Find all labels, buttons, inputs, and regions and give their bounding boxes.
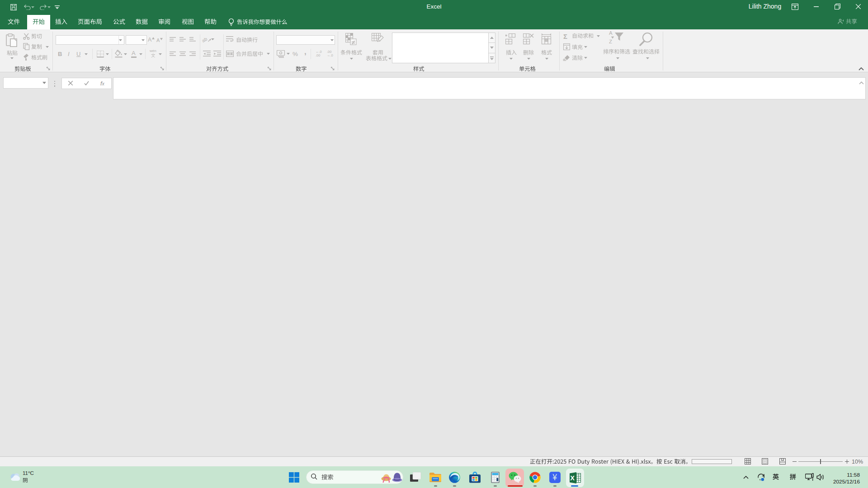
svg-text:ab: ab: [202, 36, 208, 43]
svg-text:X: X: [570, 474, 575, 482]
